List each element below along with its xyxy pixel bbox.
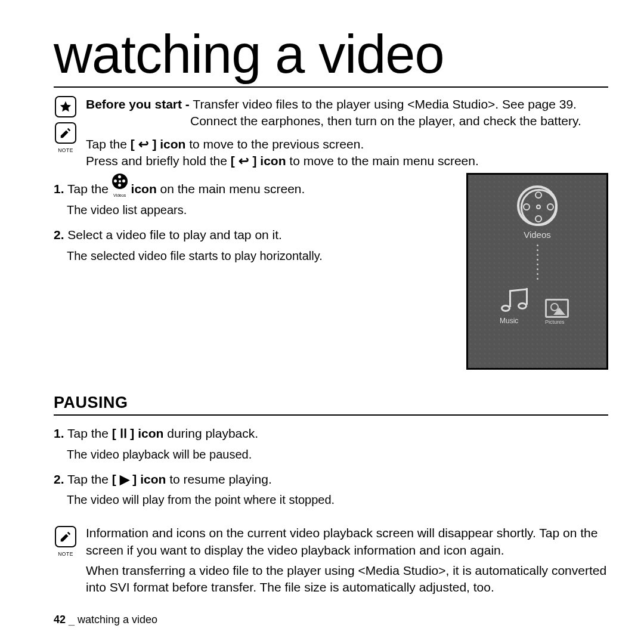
ss-music-item: Music [500, 286, 537, 325]
pausing-step-1-sub: The video playback will be paused. [67, 448, 608, 462]
pausing-step-2-sub: The video will play from the point where… [67, 493, 608, 507]
device-screenshot: Videos Music Pictures [466, 173, 608, 370]
ss-music-label: Music [500, 317, 537, 325]
note-label: NOTE [58, 551, 73, 557]
footnote-1: Information and icons on the current vid… [86, 525, 608, 559]
step-1: 1. Tap the Videos icon on the main menu … [54, 173, 454, 199]
ss-music-icon [500, 286, 537, 314]
note-label: NOTE [58, 147, 73, 153]
ss-pictures-label: Pictures [545, 319, 575, 325]
before-line-2: Connect the earphones, then turn on the … [86, 113, 608, 129]
step-2-sub: The selected video file starts to play h… [67, 249, 454, 263]
before-you-start-text: Before you start - Transfer video files … [86, 96, 608, 113]
pausing-heading: PAUSING [54, 394, 608, 416]
videos-reel-icon: Videos [112, 173, 128, 199]
step-2: 2. Select a video file to play and tap o… [54, 225, 454, 244]
note-line-2: Press and briefly hold the [ ↩ ] icon to… [86, 153, 608, 169]
footnote-2: When transferring a video file to the pl… [86, 562, 608, 596]
ss-videos-label: Videos [524, 230, 551, 240]
svg-marker-0 [60, 101, 71, 112]
ss-pictures-icon [545, 299, 569, 318]
pausing-step-2: 2. Tap the [ ▶ ] icon to resume playing. [54, 470, 608, 489]
step-1-sub: The video list appears. [67, 203, 454, 217]
pausing-step-1: 1. Tap the [ ⅠⅠ ] icon during playback. [54, 424, 608, 443]
note-icon [55, 526, 76, 547]
star-icon [55, 96, 76, 117]
page-title: watching a video [54, 24, 608, 88]
note-line-1: Tap the [ ↩ ] icon to move to the previo… [86, 136, 608, 153]
ss-pictures-item: Pictures [545, 299, 575, 325]
note-icon [55, 122, 76, 144]
ss-videos-icon [517, 185, 558, 226]
page-footer: 42 _ watching a video [54, 614, 157, 626]
